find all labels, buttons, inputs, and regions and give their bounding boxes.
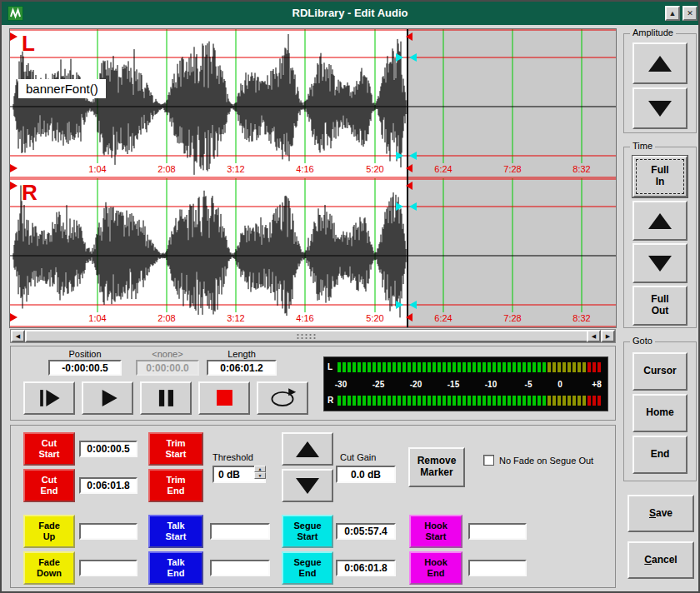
led-segment [588, 396, 591, 406]
talk-start-button[interactable]: Talk Start [148, 515, 203, 548]
waveform-channel-left[interactable]: L bannerFont() 1:042:083:124:165:206:247… [10, 29, 616, 178]
play-icon [83, 383, 132, 413]
meter-scale-label: -25 [372, 380, 384, 389]
scroll-right-button[interactable]: ▶ [601, 330, 615, 342]
scroll-left-icon: ◀ [16, 333, 20, 340]
led-segment [552, 396, 556, 406]
led-segment [502, 362, 506, 372]
cut-gain-field[interactable]: 0.0 dB [336, 466, 396, 483]
talk-start-field[interactable] [210, 523, 270, 540]
stop-button[interactable] [198, 381, 250, 415]
shade-button[interactable]: ▲ [665, 6, 680, 21]
trim-start-button[interactable]: Trim Start [148, 432, 203, 466]
threshold-spinner[interactable]: ▲ ▼ [254, 466, 266, 479]
led-segment [488, 396, 491, 406]
cut-start-button[interactable]: Cut Start [23, 432, 75, 466]
spin-up-icon[interactable]: ▲ [254, 466, 266, 472]
cut-end-field[interactable]: 0:06:01.8 [79, 477, 138, 494]
led-segment [488, 362, 491, 372]
amplitude-up-button[interactable] [632, 42, 688, 84]
talk-end-field[interactable] [210, 560, 270, 576]
time-label: 1:04 [88, 313, 106, 323]
time-label: 8:32 [572, 313, 590, 323]
fade-down-button[interactable]: Fade Down [23, 551, 75, 585]
hook-end-field[interactable] [468, 560, 527, 576]
edit-audio-window: RDLibrary - Edit Audio ▲ ✕ L bannerFont(… [0, 0, 700, 593]
led-segment [472, 362, 476, 372]
no-fade-checkbox[interactable] [483, 455, 494, 466]
cancel-button[interactable]: Cancel [628, 541, 694, 579]
led-segment [428, 396, 431, 406]
led-segment [468, 362, 471, 372]
waveform-display-right[interactable] [10, 178, 616, 327]
hook-end-button[interactable]: Hook End [409, 551, 462, 585]
gain-down-button[interactable] [282, 469, 333, 502]
spin-down-icon[interactable]: ▼ [254, 472, 266, 479]
play-button[interactable] [82, 381, 133, 415]
save-button[interactable]: Save [628, 495, 694, 532]
scrollbar-grip-icon [296, 333, 318, 341]
meter-led-row-right [338, 396, 602, 406]
fade-up-button[interactable]: Fade Up [23, 515, 75, 548]
scroll-right-icon: ▶ [606, 333, 610, 340]
cut-start-field[interactable]: 0:00:00.5 [79, 441, 138, 457]
time-label: 4:16 [296, 313, 313, 323]
full-out-button[interactable]: Full Out [632, 286, 688, 326]
segue-start-field[interactable]: 0:05:57.4 [336, 523, 396, 540]
led-segment [478, 362, 481, 372]
led-segment [522, 396, 526, 406]
trim-end-button[interactable]: Trim End [148, 469, 203, 502]
scroll-left-button-2[interactable]: ◀ [587, 330, 601, 342]
waveform-scrollbar[interactable]: ◀ ◀ ▶ [10, 329, 616, 343]
scrollbar-thumb[interactable] [25, 330, 588, 342]
led-segment [592, 396, 596, 406]
gain-up-button[interactable] [282, 432, 333, 466]
goto-end-button[interactable]: End [632, 436, 688, 474]
close-button[interactable]: ✕ [682, 6, 698, 21]
waveform-display-left[interactable] [10, 29, 616, 178]
talk-end-button[interactable]: Talk End [148, 551, 203, 585]
length-field[interactable]: 0:06:01.2 [207, 360, 277, 376]
led-segment [582, 396, 586, 406]
segue-end-field[interactable]: 0:06:01.8 [336, 560, 396, 576]
time-label: 7:28 [503, 313, 521, 323]
full-in-button[interactable]: Full In [632, 156, 688, 197]
fade-down-field[interactable] [79, 560, 138, 576]
play-from-start-button[interactable] [23, 381, 75, 415]
led-segment [338, 362, 341, 372]
cut-end-button[interactable]: Cut End [23, 469, 75, 502]
led-segment [398, 362, 401, 372]
led-segment [498, 396, 501, 406]
remove-marker-button[interactable]: Remove Marker [408, 447, 465, 487]
time-label: 4:16 [296, 164, 313, 174]
goto-cursor-button[interactable]: Cursor [632, 352, 688, 391]
time-zoom-out-button[interactable] [632, 243, 688, 283]
led-segment [492, 396, 496, 406]
led-segment [552, 362, 556, 372]
meter-right-label: R [328, 396, 333, 405]
time-zoom-in-button[interactable] [632, 201, 688, 241]
amplitude-down-button[interactable] [632, 87, 688, 129]
position-field[interactable]: -0:00:00.5 [48, 360, 122, 376]
led-segment [408, 396, 411, 406]
pause-button[interactable] [140, 381, 192, 415]
segue-start-button[interactable]: Segue Start [282, 515, 333, 548]
fade-up-field[interactable] [79, 523, 138, 540]
led-segment [348, 396, 351, 406]
hook-start-button[interactable]: Hook Start [409, 515, 462, 548]
meter-scale-label: -5 [525, 380, 532, 389]
scroll-left-button[interactable]: ◀ [11, 330, 25, 342]
segue-end-button[interactable]: Segue End [282, 551, 333, 585]
led-segment [468, 396, 471, 406]
goto-home-button[interactable]: Home [632, 394, 688, 432]
led-segment [508, 396, 511, 406]
led-segment [562, 396, 566, 406]
goto-group: Goto Cursor Home End [623, 341, 697, 481]
hook-start-field[interactable] [468, 523, 527, 540]
waveform-channel-right[interactable]: R 1:042:083:124:165:206:247:288:32 [10, 178, 616, 327]
loop-button[interactable] [257, 381, 308, 415]
titlebar[interactable]: RDLibrary - Edit Audio ▲ ✕ [2, 2, 698, 25]
led-segment [392, 362, 396, 372]
led-segment [568, 362, 571, 372]
led-segment [372, 396, 376, 406]
